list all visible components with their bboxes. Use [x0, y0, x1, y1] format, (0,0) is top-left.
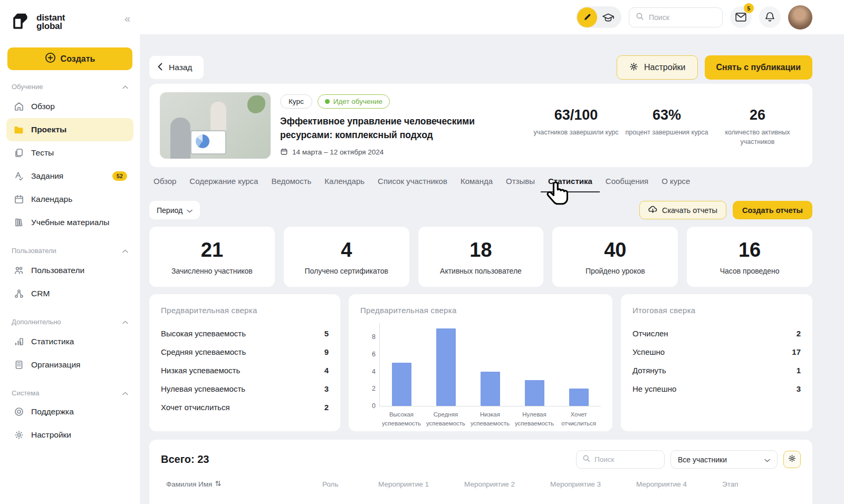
- back-button[interactable]: Назад: [149, 56, 204, 79]
- create-reports-button[interactable]: Создать отчеты: [733, 201, 812, 219]
- topbar: 5: [140, 0, 844, 34]
- period-dropdown[interactable]: Период: [149, 201, 200, 219]
- list-item: Не успешно3: [632, 380, 801, 398]
- sidebar-item-users[interactable]: Пользователи: [6, 259, 133, 282]
- list-item: Хочет отчислиться2: [161, 398, 329, 416]
- messages-button[interactable]: 5: [730, 6, 752, 28]
- column-header-name[interactable]: Фамилия Имя: [166, 480, 322, 488]
- sidebar-item-settings[interactable]: Настройки: [6, 423, 133, 447]
- plus-circle-icon: [45, 52, 56, 65]
- course-stat: 63% процент завершения курса: [622, 107, 711, 159]
- course-type-badge: Курс: [280, 94, 312, 109]
- tab-team[interactable]: Команда: [461, 177, 493, 192]
- chart-bar: [392, 363, 411, 406]
- notifications-button[interactable]: [759, 6, 781, 28]
- tab-calendar[interactable]: Календарь: [324, 177, 365, 192]
- column-header-event1[interactable]: Мероприятие 1: [378, 480, 464, 488]
- books-icon: [13, 217, 24, 228]
- main-content: Назад Настройки Снять с публикации Курс …: [140, 34, 844, 504]
- tab-overview[interactable]: Обзор: [154, 177, 176, 192]
- sidebar-item-tests[interactable]: Тесты: [6, 141, 133, 164]
- column-header-role[interactable]: Роль: [322, 480, 378, 488]
- total-count: Всего: 23: [161, 453, 209, 466]
- chevron-up-icon: [122, 318, 128, 326]
- copy-pages-icon: [13, 148, 24, 159]
- column-header-event4[interactable]: Мероприятие 4: [636, 480, 722, 488]
- table-search-input[interactable]: [594, 455, 658, 463]
- pre-check-panel: Предварительная сверка Высокая успеваемо…: [149, 294, 340, 431]
- section-header[interactable]: Система: [6, 389, 133, 397]
- course-tabs: Обзор Содержание курса Ведомость Календа…: [149, 177, 812, 192]
- building-icon: [13, 360, 24, 371]
- y-axis-tick: 0: [365, 402, 376, 410]
- tab-gradebook[interactable]: Ведомость: [271, 177, 311, 192]
- course-image: [160, 92, 271, 159]
- section-header[interactable]: Пользователи: [6, 247, 133, 255]
- sidebar: distant global « Создать Обучение Обзор …: [0, 0, 140, 504]
- search-icon: [582, 454, 590, 464]
- gear-icon: [629, 62, 639, 74]
- download-reports-button[interactable]: Скачать отчеты: [639, 201, 726, 219]
- tab-participants[interactable]: Список участников: [378, 177, 447, 192]
- kpi-card: 16Часов проведено: [687, 227, 812, 287]
- graduation-cap-icon[interactable]: [600, 12, 616, 23]
- create-button[interactable]: Создать: [7, 47, 132, 70]
- section-header[interactable]: Обучение: [6, 83, 133, 91]
- unpublish-button[interactable]: Снять с публикации: [705, 55, 812, 80]
- tab-course-content[interactable]: Содержание курса: [189, 177, 258, 192]
- x-axis-label: Высокаяуспеваемость: [379, 410, 424, 429]
- course-status-badge: Идет обучение: [318, 94, 390, 109]
- y-axis-tick: 2: [365, 385, 376, 392]
- sidebar-item-support[interactable]: Поддержка: [6, 400, 133, 423]
- tab-reviews[interactable]: Отзывы: [506, 177, 535, 192]
- course-dates: 14 марта – 12 октября 2024: [280, 148, 522, 157]
- sidebar-item-projects[interactable]: Проекты: [6, 118, 133, 141]
- nav-section-system: Система Поддержка Настройки: [6, 389, 133, 447]
- pencil-mode-icon[interactable]: [577, 7, 597, 27]
- kpi-card: 4Получено сертификатов: [284, 227, 409, 287]
- tab-statistics[interactable]: Статистика: [541, 177, 600, 192]
- section-header[interactable]: Дополнительно: [6, 318, 133, 326]
- sidebar-item-organization[interactable]: Организация: [6, 353, 133, 376]
- chart-bar: [436, 328, 456, 406]
- tab-messages[interactable]: Сообщения: [606, 177, 648, 192]
- sidebar-item-crm[interactable]: CRM: [6, 282, 133, 305]
- sidebar-item-overview[interactable]: Обзор: [6, 95, 133, 118]
- global-search: [629, 7, 723, 27]
- sidebar-item-tasks[interactable]: Задания 52: [6, 164, 133, 188]
- tab-about[interactable]: О курсе: [661, 177, 690, 192]
- column-header-stage[interactable]: Этап: [722, 480, 785, 488]
- sidebar-item-materials[interactable]: Учебные материалы: [6, 211, 133, 234]
- nav-section-extra: Дополнительно Статистика Организация: [6, 318, 133, 376]
- sort-icon: [215, 480, 221, 488]
- mode-toggle: [576, 6, 621, 28]
- chevron-down-icon: [764, 455, 770, 464]
- pre-check-chart-panel: Предварительная сверка 02468 Высокаяуспе…: [349, 294, 612, 431]
- final-check-panel: Итоговая сверка Отчислен2 Успешно17 Дотя…: [621, 294, 812, 431]
- table-header-row: Фамилия Имя Роль Мероприятие 1 Мероприят…: [161, 480, 801, 488]
- cube-logo-icon: [11, 11, 32, 34]
- gear-icon: [13, 430, 24, 441]
- bar-chart-icon: [13, 336, 24, 347]
- sidebar-item-calendar[interactable]: Календарь: [6, 188, 133, 211]
- status-dot-icon: [325, 99, 330, 104]
- y-axis-tick: 8: [365, 333, 376, 341]
- course-settings-button[interactable]: Настройки: [617, 55, 697, 80]
- tasks-count-badge: 52: [112, 171, 127, 181]
- course-title: Эффективное управление человеческими рес…: [280, 114, 502, 142]
- participants-filter-dropdown[interactable]: Все участники: [670, 450, 778, 469]
- sidebar-item-statistics[interactable]: Статистика: [6, 330, 133, 353]
- chevron-up-icon: [122, 247, 128, 255]
- kpi-card: 40Пройдено уроков: [552, 227, 678, 287]
- column-header-event3[interactable]: Мероприятие 3: [550, 480, 636, 488]
- avatar[interactable]: [788, 5, 812, 30]
- list-item: Успешно17: [632, 343, 801, 361]
- table-settings-button[interactable]: [783, 451, 801, 468]
- chevron-up-icon: [122, 389, 128, 397]
- search-input[interactable]: [649, 13, 716, 22]
- table-search: [576, 450, 665, 469]
- column-header-event2[interactable]: Мероприятие 2: [464, 480, 550, 488]
- chevron-left-icon: [158, 63, 162, 73]
- sidebar-collapse-icon[interactable]: «: [124, 13, 130, 25]
- share-nodes-icon: [13, 288, 24, 299]
